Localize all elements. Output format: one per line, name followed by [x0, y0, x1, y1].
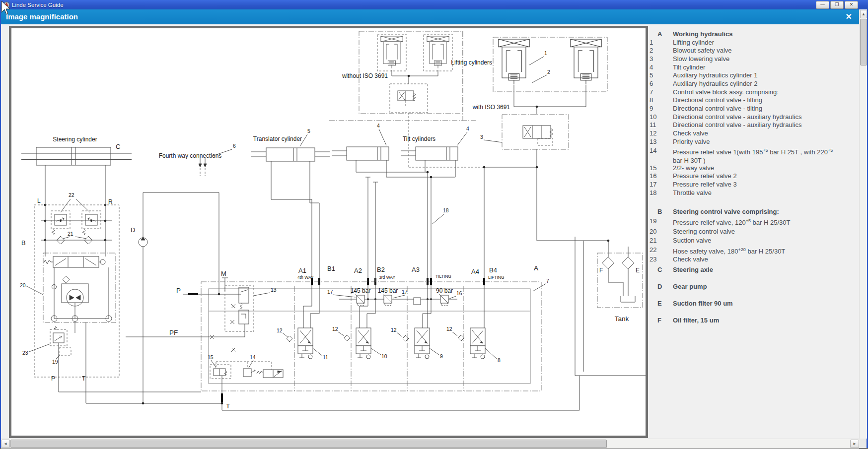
label-145bar-1: 145 bar: [351, 287, 371, 294]
label-with-iso: with ISO 3691: [472, 104, 510, 111]
legend-section: FOil filter, 15 um: [650, 316, 858, 324]
port-d: D: [131, 226, 135, 234]
callout-6: 6: [233, 143, 236, 149]
callout-2: 2: [547, 69, 550, 75]
legend-section: DGear pump: [650, 282, 858, 291]
port-f: F: [599, 267, 603, 274]
window-title: Linde Service Guide: [12, 2, 64, 8]
legend-item: 22Hose safety valve, 180+20 bar H 25/30T: [650, 246, 858, 256]
horizontal-scrollbar[interactable]: ◄ ►: [1, 439, 859, 449]
callout-22: 22: [69, 192, 74, 198]
callout-16: 16: [456, 290, 462, 296]
port-p-steering: P: [51, 375, 55, 382]
legend-list: AWorking hydraulics1Lifting cylinder2Blo…: [650, 0, 863, 449]
legend-item: 2Blowout safety valve: [650, 46, 858, 55]
callout-8: 8: [498, 357, 501, 363]
scrollbar-corner: [859, 439, 867, 448]
port-b1: B1: [327, 265, 335, 272]
port-c: C: [116, 143, 120, 150]
callout-7: 7: [546, 278, 549, 284]
legend-item: 20Steering control valve: [650, 227, 858, 236]
port-a1: A1: [298, 267, 306, 274]
callout-19: 19: [52, 359, 58, 365]
legend-item: 1Lifting cylinder: [650, 38, 858, 47]
legend-item: 23Check valve: [650, 255, 858, 263]
legend-item: 9Directional control valve - tilting: [650, 104, 858, 113]
legend-item: 152/2- way valve: [650, 164, 858, 172]
legend-item: 11Directional control valve - auxiliary …: [650, 121, 858, 129]
callout-4b: 4: [466, 126, 469, 131]
port-m: M: [221, 270, 226, 277]
schematic-image: Steering cylinder C L R B 22 21: [11, 28, 646, 436]
label-145bar-2: 145 bar: [378, 287, 398, 294]
scroll-left-icon[interactable]: ◄: [1, 440, 10, 448]
port-l: L: [37, 197, 41, 204]
legend-item: 16Pressure relief valve 2: [650, 172, 858, 180]
callout-12c: 12: [391, 327, 397, 333]
callout-3: 3: [480, 134, 483, 140]
legend-item: 17Pressure relief valve 3: [650, 180, 858, 189]
port-t: T: [226, 402, 230, 410]
legend-section: BSteering control valve comprising:: [650, 207, 858, 216]
label-without-iso: without ISO 3691: [342, 72, 388, 79]
mouse-cursor: [0, 0, 12, 16]
label-tank: Tank: [615, 315, 629, 322]
callout-18: 18: [443, 207, 449, 213]
label-90bar: 90 bar: [436, 287, 453, 294]
callout-14: 14: [250, 354, 256, 360]
label-steering-cylinder: Steering cylinder: [53, 136, 97, 143]
window-border-left: [0, 9, 1, 449]
callout-12a: 12: [277, 327, 283, 333]
legend-section: CSteering axle: [650, 265, 858, 274]
legend-section: AWorking hydraulics: [650, 30, 858, 38]
callout-5: 5: [307, 128, 310, 134]
port-a3: A3: [412, 266, 420, 273]
legend-item: 7Control valve block assy. comprising:: [650, 88, 858, 96]
callout-20: 20: [20, 282, 26, 288]
port-pf: PF: [169, 329, 178, 336]
legend-item: 10Directional control valve - auxiliary …: [650, 113, 858, 121]
legend-item: 3Slow lowering valve: [650, 55, 858, 63]
legend-item: 19Pressure relief valve, 120+5 bar H 25/…: [650, 217, 858, 227]
vertical-scroll-thumb[interactable]: [860, 19, 867, 65]
dialog-title: Image magnification: [6, 12, 78, 21]
legend-item: 18Throttle valve: [650, 189, 858, 197]
callout-4a: 4: [377, 123, 380, 128]
label-tilt-cylinders: Tilt cylinders: [403, 135, 435, 142]
horizontal-scroll-thumb[interactable]: [10, 440, 607, 448]
port-b2: B2: [377, 266, 385, 273]
label-tilting: TILTING: [435, 274, 451, 279]
callout-9: 9: [440, 353, 443, 359]
scroll-up-icon[interactable]: ▲: [860, 10, 867, 18]
legend-item: 4Tilt cylinder: [650, 63, 858, 71]
port-e: E: [636, 267, 640, 274]
legend-item: 13Priority valve: [650, 137, 858, 146]
legend-item: 14Pressure relief valve 1(with 195+5 bar…: [650, 146, 858, 165]
port-r: R: [108, 198, 113, 205]
callout-10: 10: [381, 353, 387, 359]
callout-11: 11: [323, 354, 328, 360]
callout-13: 13: [271, 287, 277, 293]
port-b4: B4: [489, 266, 497, 274]
callout-23: 23: [22, 350, 28, 356]
label-lifting-cylinders: Lifting cylinders: [451, 59, 492, 66]
callout-17b: 17: [402, 289, 408, 295]
callout-1: 1: [544, 50, 547, 56]
legend-item: 8Directional control valve - lifting: [650, 96, 858, 104]
vertical-scrollbar[interactable]: ▲: [859, 9, 867, 439]
callout-12d: 12: [446, 326, 452, 332]
label-3rd-way: 3rd WAY: [379, 275, 395, 280]
callout-17a: 17: [327, 289, 333, 295]
legend-item: 6Auxiliary hydraulics cylinder 2: [650, 79, 858, 88]
port-a: A: [534, 264, 538, 272]
legend-item: 21Suction valve: [650, 236, 858, 245]
port-a2: A2: [354, 267, 362, 274]
port-p: P: [176, 287, 181, 294]
scroll-right-icon[interactable]: ►: [850, 440, 859, 448]
label-translator-cylinder: Translator cylinder: [253, 135, 302, 142]
label-fourth-way: Fourth way connections: [159, 152, 222, 159]
callout-12b: 12: [332, 326, 338, 332]
port-t-steering: T: [82, 375, 86, 382]
legend-item: 12Check valve: [650, 129, 858, 137]
port-a4: A4: [471, 268, 479, 275]
